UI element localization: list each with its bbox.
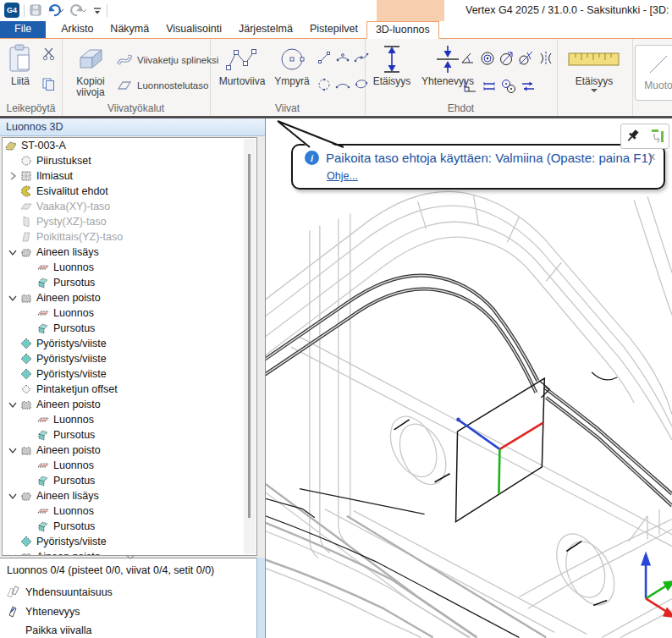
chevron-down-icon[interactable] bbox=[6, 245, 19, 259]
tree-item[interactable]: Piirustukset bbox=[3, 153, 256, 168]
chevron-down-icon[interactable] bbox=[6, 398, 19, 411]
parallel-constraint-button[interactable] bbox=[520, 78, 535, 93]
paste-button[interactable]: Liitä bbox=[3, 42, 38, 87]
remove-icon bbox=[19, 398, 33, 411]
tree-item[interactable]: Pursotus bbox=[3, 275, 256, 290]
shape-button[interactable]: Muoto bbox=[639, 49, 672, 91]
tree-item[interactable]: Aineen lisäys bbox=[3, 245, 256, 260]
chain-to-spline-button[interactable]: Viivaketju splineksi bbox=[116, 52, 218, 68]
3d-viewport-canvas[interactable] bbox=[266, 118, 672, 638]
constraint-label: Paikka viivalla bbox=[25, 624, 92, 636]
arc-3pt-button[interactable] bbox=[335, 50, 350, 65]
equal-constraint-button[interactable] bbox=[481, 78, 496, 93]
tree-item[interactable]: Aineen poisto bbox=[3, 397, 256, 412]
tree-scrollbar[interactable] bbox=[244, 139, 256, 554]
constraint-item[interactable]: Yhtenevyys bbox=[5, 605, 80, 618]
chevron-down-icon[interactable] bbox=[6, 550, 19, 556]
tree-item[interactable]: Poikittais(YZ)-taso bbox=[3, 229, 256, 245]
expander-spacer bbox=[6, 382, 19, 396]
tree-item-label: Ilmiasut bbox=[36, 168, 73, 184]
equal-radius-icon bbox=[500, 78, 517, 95]
states-icon bbox=[19, 169, 33, 183]
sketch-plane-label: Luonnostelutaso bbox=[137, 80, 208, 91]
undo-button[interactable] bbox=[47, 3, 65, 17]
distance-constraint-button[interactable]: Etäisyys bbox=[370, 42, 414, 87]
constraint-item[interactable]: Paikka viivalla bbox=[5, 624, 92, 636]
tab-j-rjestelm-[interactable]: Järjestelmä bbox=[230, 21, 301, 38]
tree-item[interactable]: Aineen poisto bbox=[3, 290, 256, 305]
save-button[interactable] bbox=[29, 3, 42, 17]
equal-radius-constraint-button[interactable] bbox=[500, 78, 515, 93]
redo-button[interactable] bbox=[69, 3, 88, 17]
symmetry-constraint-button[interactable] bbox=[537, 50, 553, 65]
balloon-close-button[interactable]: x bbox=[650, 150, 656, 162]
chevron-down-icon[interactable] bbox=[6, 443, 19, 457]
sketch-icon bbox=[36, 306, 50, 320]
tree-item[interactable]: Luonnos bbox=[3, 305, 256, 321]
dock-layout-icon[interactable] bbox=[648, 128, 665, 145]
tree-item[interactable]: Esivalitut ehdot bbox=[3, 184, 256, 199]
concentric-constraint-button[interactable] bbox=[479, 50, 494, 65]
chevron-right-icon[interactable] bbox=[6, 169, 19, 183]
vertex-g4-window: { "window": { "title": "Vertex G4 2025 /… bbox=[0, 0, 672, 638]
tree-item[interactable]: Luonnos bbox=[3, 412, 256, 427]
tree-item-label: Luonnos bbox=[53, 305, 94, 321]
tree-item-label: Pysty(XZ)-taso bbox=[36, 214, 107, 229]
tree-item[interactable]: Pyöristys/viiste bbox=[3, 366, 256, 382]
chevron-down-icon[interactable] bbox=[6, 489, 19, 503]
tree-item[interactable]: Pursotus bbox=[3, 519, 256, 534]
tree-scrollbar-thumb[interactable] bbox=[248, 154, 251, 518]
tree-item[interactable]: Pyöristys/viiste bbox=[3, 336, 256, 351]
measure-distance-button[interactable]: Etäisyys bbox=[565, 42, 623, 92]
tree-item-label: Aineen lisäys bbox=[36, 488, 99, 503]
circle-button[interactable]: Ympyrä bbox=[271, 42, 313, 87]
tab-arkisto[interactable]: Arkisto bbox=[52, 21, 102, 38]
help-link[interactable]: Ohje... bbox=[327, 170, 358, 182]
tree-item[interactable]: Pysty(XZ)-taso bbox=[3, 214, 256, 229]
tab-visualisointi[interactable]: Visualisointi bbox=[157, 21, 230, 38]
tree-item[interactable]: ST-003-A bbox=[3, 138, 256, 153]
constraint-item[interactable]: Yhdensuuntaisuus bbox=[5, 586, 113, 598]
tree-item-label: Luonnos bbox=[53, 503, 94, 519]
axis-endpoint-dot bbox=[456, 418, 460, 422]
polyline-button[interactable]: Murtoviiva bbox=[215, 42, 269, 87]
tree-item[interactable]: Luonnos bbox=[3, 260, 256, 275]
sketch-plane-button[interactable]: Luonnostelutaso bbox=[116, 80, 208, 91]
copy-button[interactable] bbox=[41, 77, 56, 91]
arc-tangent-button[interactable] bbox=[335, 77, 350, 92]
diameter-constraint-button[interactable] bbox=[498, 50, 514, 65]
tree-item[interactable]: Pursotus bbox=[3, 427, 256, 443]
tree-item[interactable]: Pursotus bbox=[3, 473, 256, 488]
tab-pistepilvet[interactable]: Pistepilvet bbox=[301, 21, 366, 38]
customize-quick-access-button[interactable] bbox=[92, 4, 102, 16]
tree-item[interactable]: Pintaketjun offset bbox=[3, 382, 256, 397]
line-tool-button[interactable] bbox=[317, 50, 332, 65]
tree-item[interactable]: Pyöristys/viiste bbox=[3, 534, 256, 549]
tree-item[interactable]: Luonnos bbox=[3, 503, 256, 519]
tab-n-kym-[interactable]: Näkymä bbox=[102, 21, 157, 38]
tree-item-label: Pintaketjun offset bbox=[36, 382, 118, 397]
tab-3d-luonnos[interactable]: 3D-luonnos bbox=[366, 21, 439, 39]
tab-file[interactable]: File bbox=[0, 21, 46, 38]
perpendicular-constraint-button[interactable] bbox=[461, 78, 476, 93]
construction-circle-button[interactable] bbox=[317, 77, 332, 92]
pushpin-icon[interactable] bbox=[625, 128, 642, 145]
tree-item[interactable]: Ilmiasut bbox=[3, 168, 256, 184]
tree-item[interactable]: Pyöristys/viiste bbox=[3, 351, 256, 366]
copy-lines-button[interactable]: Kopioi viivoja bbox=[67, 42, 114, 98]
plane-yz-icon bbox=[19, 230, 33, 244]
angle-constraint-button[interactable] bbox=[460, 50, 475, 65]
tangent-constraint-button[interactable] bbox=[518, 50, 533, 65]
tree-item[interactable]: Luonnos bbox=[3, 458, 256, 473]
viewport-3d: i Paikoita taso ehtoja käyttäen: Valmiin… bbox=[265, 118, 672, 638]
feature-tree[interactable]: ST-003-APiirustuksetIlmiasutEsivalitut e… bbox=[2, 137, 257, 556]
expander-spacer bbox=[6, 535, 19, 548]
tree-item[interactable]: Vaaka(XY)-taso bbox=[3, 199, 256, 214]
tree-item[interactable]: Aineen lisäys bbox=[3, 488, 256, 503]
splitter-chevron-icon[interactable] bbox=[123, 553, 138, 560]
cut-button[interactable] bbox=[41, 47, 56, 61]
tree-item[interactable]: Pursotus bbox=[3, 321, 256, 336]
chevron-down-icon[interactable] bbox=[6, 291, 19, 305]
app-logo[interactable]: G4 bbox=[4, 3, 19, 18]
tree-item[interactable]: Aineen poisto bbox=[3, 443, 256, 458]
